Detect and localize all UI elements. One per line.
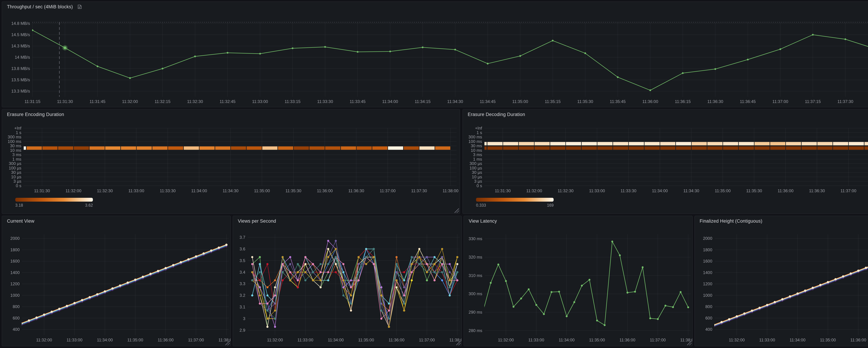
- views-per-second-chart-canvas[interactable]: [233, 216, 461, 346]
- panel-header-view-latency[interactable]: View Latency: [464, 216, 692, 226]
- panel-current-view: Current View: [2, 216, 231, 346]
- panel-header-encoding[interactable]: Erasure Encoding Duration: [2, 109, 460, 119]
- panel-erasure-encoding-duration: Erasure Encoding Duration 3.18 3.62: [2, 109, 460, 214]
- panel-header-current-view[interactable]: Current View: [2, 216, 230, 226]
- legend-min-value: 0.333: [476, 203, 486, 208]
- panel-view-latency: View Latency: [464, 216, 693, 346]
- grafana-dashboard: { "page": { "background": "#111217", "pa…: [0, 0, 868, 348]
- color-gradient-bar: [15, 198, 93, 202]
- current-view-chart-canvas[interactable]: [2, 216, 230, 346]
- panel-title: Finalized Height (Contiguous): [700, 219, 762, 224]
- view-latency-chart-canvas[interactable]: [464, 216, 692, 346]
- legend-min-value: 3.18: [15, 203, 23, 208]
- panel-title: Throughput / sec (4MiB blocks): [7, 4, 73, 9]
- panel-header-views-per-second[interactable]: Views per Second: [233, 216, 461, 226]
- panel-views-per-second: Views per Second: [232, 216, 462, 346]
- panel-title: Erasure Encoding Duration: [7, 112, 64, 117]
- panel-title: View Latency: [469, 219, 497, 224]
- panel-header-decoding[interactable]: Erasure Decoding Duration: [463, 109, 868, 119]
- panel-erasure-decoding-duration: Erasure Decoding Duration 0.333 169: [462, 109, 868, 214]
- description-icon[interactable]: [77, 4, 82, 9]
- panel-finalized-height: Finalized Height (Contiguous): [694, 216, 868, 346]
- panel-resize-handle[interactable]: [687, 341, 692, 345]
- color-gradient-bar: [476, 198, 554, 202]
- panel-title: Erasure Decoding Duration: [468, 112, 525, 117]
- panel-title: Current View: [7, 219, 34, 224]
- panel-throughput: Throughput / sec (4MiB blocks): [2, 1, 868, 107]
- panel-title: Views per Second: [238, 219, 276, 224]
- legend-max-value: 3.62: [85, 203, 93, 208]
- panel-header-throughput[interactable]: Throughput / sec (4MiB blocks): [2, 2, 868, 12]
- panel-resize-handle[interactable]: [225, 341, 230, 345]
- panel-header-finalized-height[interactable]: Finalized Height (Contiguous): [695, 216, 868, 226]
- throughput-chart-canvas[interactable]: [2, 2, 868, 107]
- color-scale-legend: 0.333 169: [476, 198, 554, 208]
- panel-resize-handle[interactable]: [456, 341, 461, 345]
- finalized-height-chart-canvas[interactable]: [695, 216, 868, 346]
- legend-max-value: 169: [547, 203, 554, 208]
- color-scale-legend: 3.18 3.62: [15, 198, 93, 208]
- panel-resize-handle[interactable]: [455, 208, 459, 213]
